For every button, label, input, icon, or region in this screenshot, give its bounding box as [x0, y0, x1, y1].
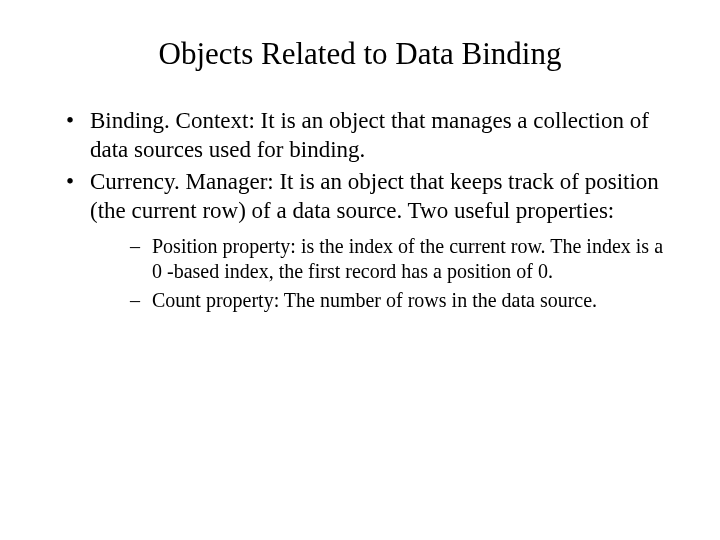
list-item: Position property: is the index of the c… [130, 234, 670, 285]
main-bullet-list: Binding. Context: It is an object that m… [50, 106, 670, 314]
sub-bullet-list: Position property: is the index of the c… [90, 234, 670, 314]
list-item: Currency. Manager: It is an object that … [62, 167, 670, 314]
list-item: Count property: The number of rows in th… [130, 288, 670, 314]
list-item: Binding. Context: It is an object that m… [62, 106, 670, 165]
slide-title: Objects Related to Data Binding [50, 36, 670, 72]
list-item-text: Currency. Manager: It is an object that … [90, 169, 659, 223]
